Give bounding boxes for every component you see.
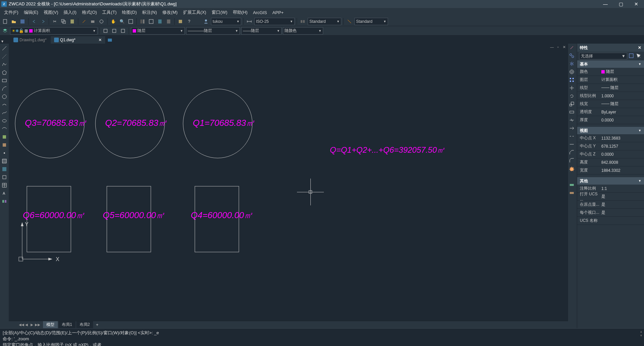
- minimize-button[interactable]: —: [598, 0, 613, 8]
- undo-icon[interactable]: [31, 18, 38, 25]
- polygon-icon[interactable]: [1, 69, 8, 76]
- layer-prev-icon[interactable]: [102, 27, 109, 35]
- maximize-button[interactable]: ▢: [613, 0, 629, 8]
- section-view[interactable]: 视图▼: [577, 127, 644, 134]
- region-icon[interactable]: [1, 174, 8, 181]
- properties-icon[interactable]: [139, 18, 146, 25]
- zoom-extents-icon[interactable]: [127, 18, 134, 25]
- spline-icon[interactable]: [1, 109, 8, 116]
- mirror-icon[interactable]: [569, 61, 576, 68]
- ellipse-arc-icon[interactable]: [1, 126, 8, 132]
- layer-filter-icon[interactable]: [119, 27, 127, 35]
- break-icon[interactable]: [569, 134, 576, 140]
- layer-walk-icon[interactable]: [569, 182, 576, 189]
- join-icon[interactable]: [569, 142, 576, 148]
- textstyle-combo[interactable]: Standard▼: [308, 18, 341, 25]
- menu-format[interactable]: 格式(O): [79, 8, 100, 17]
- log-scroll-down-icon[interactable]: ▼: [640, 334, 643, 337]
- plotstyle-combo[interactable]: 随颜色▼: [283, 27, 323, 35]
- copy-object-icon[interactable]: [569, 53, 576, 60]
- menu-draw[interactable]: 绘图(D): [119, 8, 139, 17]
- match-prop-icon[interactable]: [80, 18, 88, 25]
- save-icon[interactable]: [19, 18, 26, 25]
- tab-first-icon[interactable]: ◀◀: [19, 323, 24, 327]
- fillet-icon[interactable]: [569, 158, 576, 164]
- layer-iso-icon[interactable]: [569, 190, 576, 197]
- trim-icon[interactable]: [569, 117, 576, 124]
- open-file-icon[interactable]: [10, 18, 17, 25]
- linetype-combo[interactable]: ———— 随层▼: [186, 27, 240, 35]
- erase-icon[interactable]: [569, 45, 576, 52]
- menu-file[interactable]: 文件(F): [1, 8, 21, 17]
- polyline-icon[interactable]: [1, 61, 8, 68]
- hatch-icon[interactable]: [1, 158, 8, 164]
- layer-manager-icon[interactable]: [1, 27, 9, 35]
- new-tab-button[interactable]: [106, 36, 114, 44]
- menu-dimension[interactable]: 标注(N): [139, 8, 160, 17]
- circle-icon[interactable]: [1, 93, 8, 100]
- point-icon[interactable]: [1, 150, 8, 156]
- layout2-tab[interactable]: 布局2: [76, 321, 93, 328]
- construction-line-icon[interactable]: [1, 53, 8, 60]
- design-center-icon[interactable]: [147, 18, 155, 25]
- section-basic[interactable]: 基本▼: [577, 60, 644, 68]
- color-combo[interactable]: 随层▼: [131, 27, 185, 35]
- menu-app[interactable]: APP+: [270, 9, 287, 16]
- menu-modify[interactable]: 修改(M): [160, 8, 180, 17]
- tab-next-icon[interactable]: ▶: [30, 323, 34, 327]
- explode-icon[interactable]: [569, 166, 576, 172]
- line-icon[interactable]: [1, 45, 8, 52]
- block-icon[interactable]: [177, 18, 184, 25]
- tool-palette-icon[interactable]: [156, 18, 164, 25]
- textstyle-icon[interactable]: [299, 18, 306, 25]
- selection-combo[interactable]: 无选择▼: [579, 53, 627, 59]
- scale-icon[interactable]: [569, 101, 576, 108]
- addregion-icon[interactable]: [1, 198, 8, 205]
- preview-icon[interactable]: [98, 18, 105, 25]
- offset-icon[interactable]: [569, 69, 576, 76]
- move-icon[interactable]: [569, 85, 576, 92]
- model-tab[interactable]: 模型: [43, 321, 58, 328]
- tab-chevron-icon[interactable]: ▾: [1, 39, 3, 44]
- rotate-icon[interactable]: [569, 93, 576, 100]
- insert-block-icon[interactable]: [1, 134, 8, 140]
- mleaderstyle-combo[interactable]: Standard▼: [354, 18, 388, 25]
- lineweight-combo[interactable]: —— 随层▼: [241, 27, 282, 35]
- calculator-icon[interactable]: [165, 18, 172, 25]
- layer-combo[interactable]: ☀❄🔓⊞ 计算面积 ▼: [10, 27, 97, 35]
- revision-cloud-icon[interactable]: [1, 101, 8, 108]
- layer-state-icon[interactable]: [111, 27, 118, 35]
- menu-view[interactable]: 视图(V): [41, 8, 61, 17]
- cut-icon[interactable]: ✂: [51, 18, 58, 25]
- select-objects-icon[interactable]: [636, 53, 642, 59]
- extend-icon[interactable]: [569, 126, 576, 132]
- mtext-icon[interactable]: A: [1, 190, 8, 197]
- menu-insert[interactable]: 插入(I): [61, 8, 79, 17]
- table-icon[interactable]: [1, 182, 8, 189]
- tab-last-icon[interactable]: ▶▶: [35, 323, 40, 327]
- chamfer-icon[interactable]: [569, 150, 576, 156]
- mleaderstyle-icon[interactable]: [346, 18, 353, 25]
- log-scroll-up-icon[interactable]: ▲: [640, 330, 643, 333]
- pan-icon[interactable]: ✋: [110, 18, 117, 25]
- section-other[interactable]: 其他▼: [577, 177, 644, 185]
- arc-icon[interactable]: [1, 85, 8, 92]
- person-icon[interactable]: [202, 18, 210, 25]
- menu-edit[interactable]: 编辑(E): [21, 8, 41, 17]
- layout1-tab[interactable]: 布局1: [58, 321, 76, 328]
- tab-close-icon[interactable]: ✕: [98, 38, 102, 42]
- dimstyle-icon[interactable]: [246, 18, 253, 25]
- menu-tools[interactable]: 工具(T): [99, 8, 119, 17]
- help-icon[interactable]: ?: [185, 18, 193, 25]
- tab-prev-icon[interactable]: ◀: [24, 323, 29, 327]
- paste-icon[interactable]: [69, 18, 76, 25]
- block-combo[interactable]: tukou▼: [211, 18, 241, 25]
- zoom-icon[interactable]: 🔍: [118, 18, 126, 25]
- drawing-canvas[interactable]: — ▫ ✕ Q3=70685.83㎡ Q2=70685.83㎡ Q1=70685…: [9, 44, 568, 328]
- new-file-icon[interactable]: [1, 18, 9, 25]
- document-tab-active[interactable]: Q1.dwg*✕: [51, 36, 105, 44]
- menu-extend[interactable]: 扩展工具(X): [180, 8, 209, 17]
- quick-select-icon[interactable]: [629, 53, 635, 59]
- stretch-icon[interactable]: [569, 109, 576, 116]
- document-tab[interactable]: Drawing1.dwg*: [10, 36, 50, 44]
